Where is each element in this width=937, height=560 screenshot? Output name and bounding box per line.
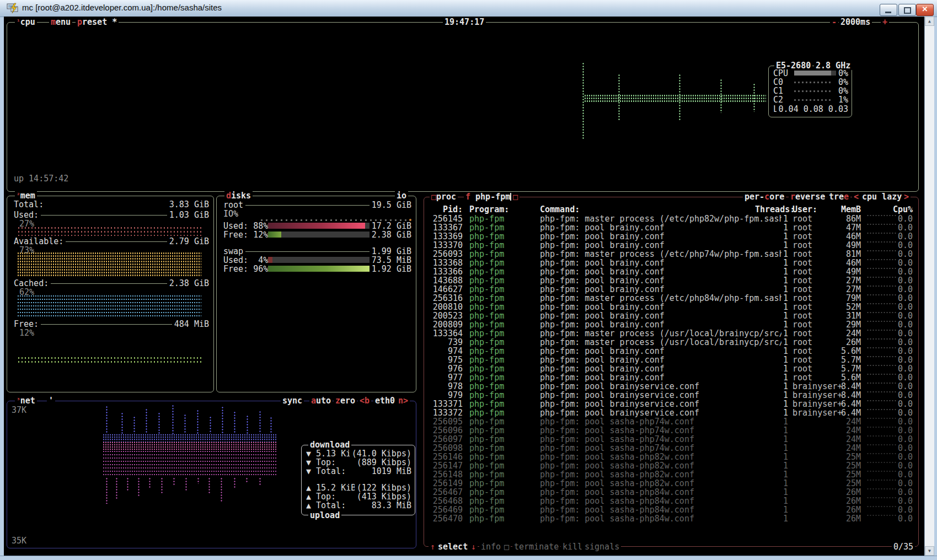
- select-down-arrow[interactable]: ↓: [469, 542, 478, 551]
- tab-mem[interactable]: ²mem: [15, 191, 37, 200]
- process-row[interactable]: 979php-fpmphp-fpm: pool brainyservice.co…: [424, 391, 918, 400]
- mem-free-value: 484 MiB: [172, 320, 209, 329]
- mem-cached-value: 2.38 GiB: [167, 279, 209, 288]
- process-row[interactable]: 200809php-fpmphp-fpm: pool brainy.conf1r…: [424, 320, 918, 329]
- tab-cpu[interactable]: ¹cpu: [15, 18, 37, 26]
- process-row[interactable]: 256468php-fpmphp-fpm: pool sasha-php84w.…: [424, 497, 918, 505]
- process-row[interactable]: 256316php-fpmphp-fpm: master process (/e…: [424, 294, 918, 303]
- process-row[interactable]: 975php-fpmphp-fpm: pool brainy.conf1root…: [424, 356, 918, 364]
- process-row[interactable]: 133369php-fpmphp-fpm: pool brainy.conf1r…: [424, 232, 918, 241]
- process-row[interactable]: 200810php-fpmphp-fpm: pool brainy.conf1r…: [424, 303, 918, 311]
- interval-minus-button[interactable]: -: [830, 18, 838, 26]
- per-core-button[interactable]: per-core: [743, 192, 786, 201]
- process-row[interactable]: 256095php-fpmphp-fpm: pool sasha-php74w.…: [424, 417, 918, 426]
- reverse-button[interactable]: reverse: [789, 192, 827, 201]
- col-pid[interactable]: Pid:: [429, 205, 463, 214]
- process-row[interactable]: 133372php-fpmphp-fpm: pool brainyservice…: [424, 408, 918, 417]
- sort-selector[interactable]: cpu lazy: [860, 192, 903, 201]
- tab-proc[interactable]: □proc: [430, 192, 458, 201]
- tree-button[interactable]: tree: [827, 192, 850, 201]
- interval-value: 2000ms: [839, 18, 872, 26]
- process-row[interactable]: 133368php-fpmphp-fpm: pool brainy.conf1r…: [424, 259, 918, 267]
- zero-button[interactable]: zero: [334, 396, 357, 405]
- download-total-label: Total:: [316, 467, 348, 476]
- maximize-button[interactable]: [898, 4, 916, 16]
- process-row[interactable]: 200523php-fpmphp-fpm: pool brainy.conf1r…: [424, 311, 918, 320]
- core2-value: 1%: [836, 95, 848, 104]
- down-arrow-icon: ▼: [306, 458, 313, 467]
- window-titlebar[interactable]: mc [root@a202.itdeveloper.com.ua]:/home/…: [0, 0, 937, 17]
- terminate-button[interactable]: terminate: [512, 542, 560, 551]
- cpu-panel: ¹cpu menu preset * 19:47:17 - 2000ms + E…: [7, 22, 919, 192]
- process-row[interactable]: 256469php-fpmphp-fpm: pool sasha-php84w.…: [424, 505, 918, 514]
- col-mem[interactable]: MemB: [821, 205, 861, 214]
- iface-prev-button[interactable]: <b: [358, 396, 371, 405]
- io-mode-button[interactable]: io: [395, 191, 408, 200]
- process-row[interactable]: 977php-fpmphp-fpm: pool brainy.conf1root…: [424, 373, 918, 382]
- sort-next-button[interactable]: >: [902, 192, 911, 201]
- sort-prev-button[interactable]: <: [852, 192, 860, 201]
- process-row[interactable]: 256146php-fpmphp-fpm: pool sasha-php82w.…: [424, 453, 918, 461]
- process-row[interactable]: 739php-fpmphp-fpm: master process (/usr/…: [424, 338, 918, 347]
- process-row[interactable]: 256098php-fpmphp-fpm: pool sasha-php74w.…: [424, 444, 918, 453]
- filter-field[interactable]: f php-fpm: [464, 192, 517, 201]
- process-row[interactable]: 256467php-fpmphp-fpm: pool sasha-php84w.…: [424, 488, 918, 497]
- disk-swap-free: Free: 96%: [223, 265, 270, 273]
- mem-hotkey: ²: [17, 192, 20, 199]
- process-row[interactable]: 133367php-fpmphp-fpm: pool brainy.conf1r…: [424, 223, 918, 232]
- download-title: download: [308, 440, 351, 449]
- col-cpu[interactable]: Cpu%: [881, 205, 913, 214]
- process-row[interactable]: 256145php-fpmphp-fpm: master process (/e…: [424, 214, 918, 223]
- process-row[interactable]: 256148php-fpmphp-fpm: pool sasha-php82w.…: [424, 470, 918, 479]
- col-threads[interactable]: Threads:: [755, 205, 788, 214]
- process-row[interactable]: 256093php-fpmphp-fpm: master process (/e…: [424, 250, 918, 259]
- process-row[interactable]: 976php-fpmphp-fpm: pool brainy.conf1root…: [424, 364, 918, 373]
- scroll-down-button[interactable]: ▼: [925, 546, 934, 556]
- up-arrow-icon: ▲: [306, 483, 313, 492]
- cpu-stats-box: E5-2680 2.8 GHz CPU 0% C0 0% C1 0% C2 1%: [768, 66, 852, 117]
- kill-button[interactable]: kill: [561, 542, 584, 551]
- scrollbar[interactable]: ▲ ▼: [924, 17, 934, 556]
- scroll-up-button[interactable]: ▲: [925, 17, 934, 26]
- process-row[interactable]: 256470php-fpmphp-fpm: pool sasha-php84w.…: [424, 514, 918, 523]
- select-up-arrow[interactable]: ↑: [429, 542, 437, 551]
- uptime: up 14:57:42: [14, 174, 68, 183]
- disk-swap-free-value: 1.92 GiB: [370, 265, 411, 273]
- auto-button[interactable]: auto: [309, 396, 333, 405]
- disk-root-used-value: 17.2 GiB: [370, 222, 411, 230]
- net-panel: ³net ' sync auto zero <b eth0 n> 37K 35K…: [7, 401, 416, 548]
- sync-button[interactable]: sync: [281, 396, 304, 405]
- preset-button[interactable]: preset *: [76, 18, 119, 26]
- process-row[interactable]: 978php-fpmphp-fpm: pool brainyservice.co…: [424, 382, 918, 391]
- minimize-button[interactable]: [880, 4, 897, 16]
- process-row[interactable]: 256096php-fpmphp-fpm: pool sasha-php74w.…: [424, 426, 918, 435]
- process-row[interactable]: 146627php-fpmphp-fpm: pool brainy.conf1r…: [424, 285, 918, 294]
- mem-available-graph: [17, 252, 201, 277]
- core2-meter: [794, 99, 832, 101]
- disk-root-free-value: 2.38 GiB: [370, 230, 411, 239]
- interval-plus-button[interactable]: +: [881, 18, 889, 26]
- disks-title: disks: [224, 191, 253, 200]
- info-button[interactable]: info: [479, 542, 502, 551]
- col-command[interactable]: Command:: [540, 205, 781, 214]
- col-program[interactable]: Program:: [469, 205, 509, 214]
- signals-button[interactable]: signals: [583, 542, 621, 551]
- process-row[interactable]: 133371php-fpmphp-fpm: pool brainyservice…: [424, 400, 918, 408]
- filter-clear-button[interactable]: □: [511, 192, 520, 201]
- process-row[interactable]: 974php-fpmphp-fpm: pool brainy.conf1root…: [424, 347, 918, 356]
- process-row[interactable]: 256097php-fpmphp-fpm: pool sasha-php74w.…: [424, 435, 918, 444]
- process-row[interactable]: 256149php-fpmphp-fpm: pool sasha-php82w.…: [424, 479, 918, 488]
- process-row[interactable]: 133364php-fpmphp-fpm: master process (/u…: [424, 329, 918, 338]
- tab-net[interactable]: ³net: [15, 396, 37, 405]
- mem-cached-graph: [17, 294, 201, 316]
- net-graph-toggle-button[interactable]: ': [47, 396, 55, 405]
- process-row[interactable]: 133366php-fpmphp-fpm: pool brainy.conf1r…: [424, 267, 918, 276]
- process-row[interactable]: 133370php-fpmphp-fpm: pool brainy.conf1r…: [424, 241, 918, 250]
- col-user[interactable]: User:: [793, 205, 817, 214]
- process-row[interactable]: 256147php-fpmphp-fpm: pool sasha-php82w.…: [424, 461, 918, 470]
- iface-next-button[interactable]: n>: [397, 396, 410, 405]
- maximize-icon: [904, 7, 911, 14]
- process-row[interactable]: 143688php-fpmphp-fpm: pool brainy.conf1r…: [424, 276, 918, 285]
- menu-button[interactable]: menu: [49, 18, 72, 26]
- close-button[interactable]: ✕: [916, 4, 934, 16]
